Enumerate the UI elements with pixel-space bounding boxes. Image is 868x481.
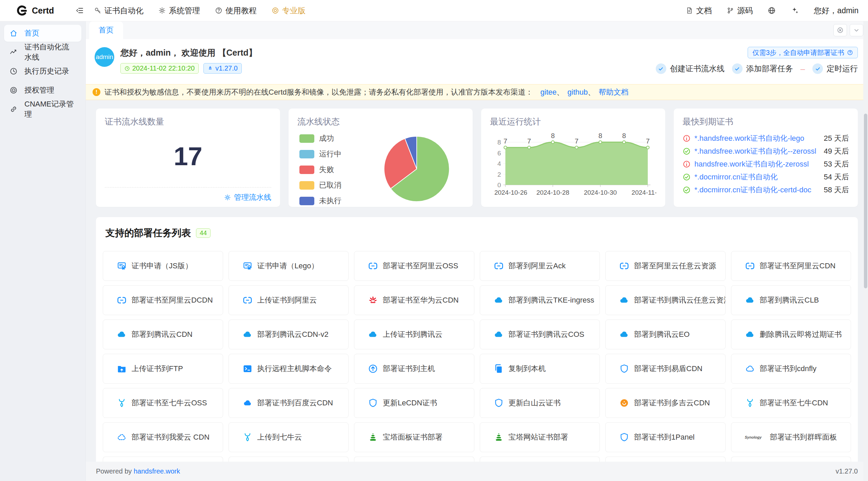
nav-item-tutorial[interactable]: 使用教程 xyxy=(215,5,257,16)
nav-item-docs[interactable]: 文档 xyxy=(686,5,712,16)
branch-icon xyxy=(727,7,734,14)
alert-link-帮助文档[interactable]: 帮助文档 xyxy=(598,87,628,97)
task-item[interactable]: 部署到腾讯云CDN xyxy=(103,320,223,349)
task-item[interactable]: 部署证书到我爱云 CDN xyxy=(103,422,223,452)
task-item-label: 部署证书到我爱云 CDN xyxy=(132,432,210,442)
task-item-label: 部署到阿里云Ack xyxy=(509,261,566,271)
quick-step-2[interactable]: 添加部署任务 xyxy=(732,63,793,74)
cert-link[interactable]: *.docmirror.cn证书自动化-certd-doc xyxy=(694,185,820,195)
legend-item-2[interactable]: 失败 xyxy=(299,165,341,175)
task-item[interactable]: 部署证书至华为云CDN xyxy=(354,285,474,315)
brand[interactable]: Certd xyxy=(0,5,86,16)
task-item[interactable]: 部署证书至七牛云OSS xyxy=(103,388,223,418)
sidebar-item-auth[interactable]: 授权管理 xyxy=(4,82,81,99)
task-item[interactable]: 部署到阿里云Ack xyxy=(480,251,600,281)
task-item[interactable]: 更新LeCDN证书 xyxy=(354,388,474,418)
sidebar-item-cname[interactable]: CNAME记录管理 xyxy=(4,101,81,118)
handsfree-link[interactable]: handsfree.work xyxy=(134,467,180,475)
task-item[interactable]: 部署到腾讯云TKE-ingress xyxy=(480,285,600,315)
task-item[interactable]: 部署证书至阿里云CDN xyxy=(731,251,851,281)
legend-label: 运行中 xyxy=(319,149,341,159)
task-item[interactable]: 部署证书到腾讯云任意云资源 xyxy=(605,285,726,315)
user-greeting[interactable]: 您好，admin xyxy=(814,5,859,16)
cert-link[interactable]: *.docmirror.cn证书自动化 xyxy=(694,172,820,182)
task-item[interactable]: 宝塔网站证书部署 xyxy=(480,422,600,452)
task-item[interactable]: 部署证书到易盾CDN xyxy=(605,354,726,384)
tencent-icon xyxy=(619,329,629,340)
task-item[interactable]: 部署到腾讯云CDN-v2 xyxy=(229,320,349,349)
nav-item-pro-edition[interactable]: 专业版 xyxy=(272,5,305,16)
task-item[interactable]: 上传证书到阿里云 xyxy=(229,285,349,315)
pipeline-count-value: 17 xyxy=(105,141,271,171)
nav-item-system-management[interactable]: 系统管理 xyxy=(158,5,200,16)
legend-item-3[interactable]: 已取消 xyxy=(299,180,341,190)
task-item[interactable]: 部署证书到腾讯云COS xyxy=(480,320,600,349)
tab-menu-button[interactable] xyxy=(850,24,863,36)
task-item-label: 复制到本机 xyxy=(509,364,546,374)
cert-link[interactable]: *.handsfree.work证书自动化-lego xyxy=(694,133,820,143)
task-item[interactable]: 复制到本机 xyxy=(480,354,600,384)
task-item[interactable]: 部署证书到cdnfly xyxy=(731,354,851,384)
cert-link[interactable]: handsfree.work证书自动化-zerossl xyxy=(694,159,820,169)
legend-item-1[interactable]: 运行中 xyxy=(299,149,341,159)
task-item[interactable]: 部署证书到1Panel xyxy=(605,422,726,452)
sidebar-item-home[interactable]: 首页 xyxy=(4,25,81,42)
task-item[interactable]: 部署证书到百度云CDN xyxy=(229,388,349,418)
expiring-certs-card: 最快到期证书 *.handsfree.work证书自动化-lego25 天后*.… xyxy=(674,109,858,207)
cert-link[interactable]: *.handsfree.work证书自动化--zerossl xyxy=(694,146,820,156)
quick-step-1[interactable]: 创建证书流水线 xyxy=(656,63,725,74)
task-item[interactable]: 部署证书至阿里云DCDN xyxy=(103,285,223,315)
task-item[interactable]: 执行远程主机脚本命令 xyxy=(229,354,349,384)
quick-step-3[interactable]: 定时运行 xyxy=(812,63,858,74)
terminal-icon xyxy=(242,364,253,374)
sidebar-item-history[interactable]: 执行历史记录 xyxy=(4,63,81,80)
task-item[interactable]: 部署证书至阿里云OSS xyxy=(354,251,474,281)
task-item[interactable]: 宝塔面板证书部署 xyxy=(354,422,474,452)
task-item[interactable]: Synology部署证书到群晖面板 xyxy=(731,422,851,452)
aliyun-icon xyxy=(745,261,755,271)
theme-button[interactable] xyxy=(791,6,799,15)
top-navbar: Certd 证书自动化系统管理使用教程专业版 文档源码 您好，admin xyxy=(0,0,868,21)
task-item[interactable]: 上传证书到腾讯云 xyxy=(354,320,474,349)
quick-step-label: 添加部署任务 xyxy=(746,63,793,74)
nav-item-source-code[interactable]: 源码 xyxy=(727,5,753,16)
tab-bar: 首页 xyxy=(86,21,868,39)
cert-days: 58 天后 xyxy=(824,185,849,195)
task-item[interactable]: 删除腾讯云即将过期证书 xyxy=(731,320,851,349)
task-item[interactable]: 上传证书到FTP xyxy=(103,354,223,384)
avatar[interactable]: admin xyxy=(95,47,114,67)
task-item[interactable]: 更新白山云证书 xyxy=(480,388,600,418)
manage-pipelines-link[interactable]: 管理流水线 xyxy=(105,187,271,207)
tab-home-label: 首页 xyxy=(99,25,114,35)
task-item-label: 部署证书至七牛CDN xyxy=(760,398,828,408)
legend-swatch xyxy=(299,181,314,190)
task-item[interactable]: 部署证书至七牛CDN xyxy=(731,388,851,418)
task-item[interactable]: 部署证书到多吉云CDN xyxy=(605,388,726,418)
main-menu: 证书自动化系统管理使用教程专业版 xyxy=(94,5,305,16)
legend-item-0[interactable]: 成功 xyxy=(299,133,341,143)
tab-home[interactable]: 首页 xyxy=(89,21,123,39)
sidebar-collapse-icon[interactable] xyxy=(76,6,84,15)
sidebar-item-label: 执行历史记录 xyxy=(24,66,69,76)
alert-link-github[interactable]: github xyxy=(568,88,588,97)
sidebar-item-pipelines[interactable]: 证书自动化流水线 xyxy=(4,44,81,61)
nav-item-cert-automation[interactable]: 证书自动化 xyxy=(94,5,143,16)
gear-icon xyxy=(224,194,231,201)
legend-item-4[interactable]: 未执行 xyxy=(299,196,341,206)
tencent-icon xyxy=(242,329,253,340)
guide-badge[interactable]: 仅需3步，全自动申请部署证书 xyxy=(748,47,858,58)
gear-icon xyxy=(158,7,166,14)
close-tabs-button[interactable] xyxy=(833,24,847,36)
task-item[interactable]: 部署证书到主机 xyxy=(354,354,474,384)
footer: Powered by handsfree.work v1.27.0 xyxy=(86,462,868,481)
language-button[interactable] xyxy=(768,6,776,15)
alert-link-gitee[interactable]: gitee xyxy=(540,88,557,97)
task-item[interactable]: 证书申请（Lego） xyxy=(229,251,349,281)
aliyun-icon xyxy=(494,261,504,271)
task-item[interactable]: 部署至阿里云任意云资源 xyxy=(605,251,726,281)
scrollbar-thumb[interactable] xyxy=(864,114,867,288)
task-item[interactable]: 证书申请（JS版） xyxy=(103,251,223,281)
task-item[interactable]: 部署到腾讯云CLB xyxy=(731,285,851,315)
task-item[interactable]: 上传到七牛云 xyxy=(229,422,349,452)
task-item[interactable]: 部署到腾讯云EO xyxy=(605,320,726,349)
